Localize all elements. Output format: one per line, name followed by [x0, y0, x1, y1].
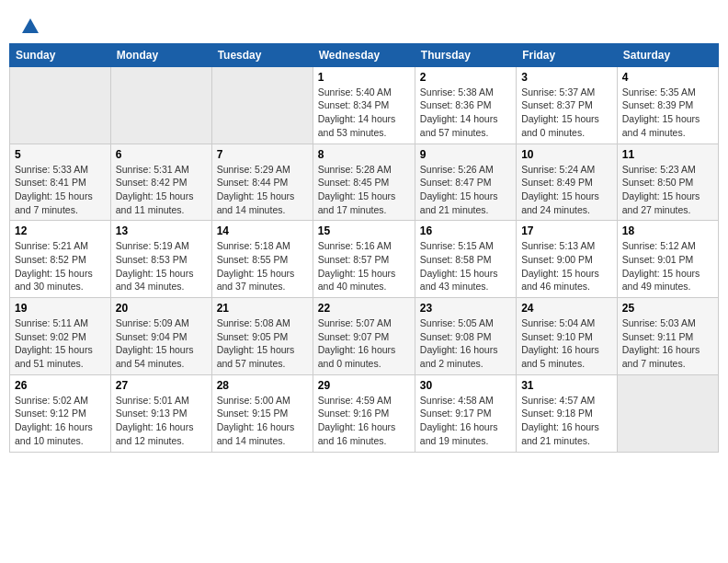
calendar-cell: 29Sunrise: 4:59 AMSunset: 9:16 PMDayligh… — [313, 374, 415, 452]
svg-marker-0 — [22, 18, 39, 33]
day-info: Sunrise: 4:59 AMSunset: 9:16 PMDaylight:… — [318, 394, 410, 448]
day-number: 20 — [116, 302, 207, 315]
calendar-cell — [10, 66, 111, 144]
day-info: Sunrise: 5:19 AMSunset: 8:53 PMDaylight:… — [116, 239, 207, 293]
day-info: Sunrise: 5:01 AMSunset: 9:13 PMDaylight:… — [116, 394, 207, 448]
day-info: Sunrise: 5:26 AMSunset: 8:47 PMDaylight:… — [420, 163, 511, 217]
calendar-cell: 22Sunrise: 5:07 AMSunset: 9:07 PMDayligh… — [313, 298, 415, 375]
calendar-week-4: 19Sunrise: 5:11 AMSunset: 9:02 PMDayligh… — [10, 298, 719, 375]
day-number: 6 — [116, 148, 207, 161]
calendar-cell: 2Sunrise: 5:38 AMSunset: 8:36 PMDaylight… — [415, 66, 516, 144]
day-info: Sunrise: 5:31 AMSunset: 8:42 PMDaylight:… — [116, 163, 207, 217]
calendar-cell: 24Sunrise: 5:04 AMSunset: 9:10 PMDayligh… — [517, 298, 618, 375]
calendar-cell: 31Sunrise: 4:57 AMSunset: 9:18 PMDayligh… — [517, 374, 618, 452]
day-number: 10 — [521, 148, 612, 161]
calendar-cell: 19Sunrise: 5:11 AMSunset: 9:02 PMDayligh… — [10, 298, 111, 375]
day-info: Sunrise: 5:21 AMSunset: 8:52 PMDaylight:… — [15, 239, 106, 293]
day-number: 21 — [217, 302, 308, 315]
header-tuesday: Tuesday — [211, 43, 313, 66]
page-header — [9, 9, 719, 43]
day-number: 25 — [622, 302, 713, 315]
calendar-cell — [617, 374, 718, 452]
day-number: 11 — [622, 148, 713, 161]
day-info: Sunrise: 5:18 AMSunset: 8:55 PMDaylight:… — [217, 239, 308, 293]
calendar-cell — [110, 66, 211, 144]
day-info: Sunrise: 5:15 AMSunset: 8:58 PMDaylight:… — [420, 239, 511, 293]
day-number: 27 — [116, 379, 207, 392]
day-info: Sunrise: 5:35 AMSunset: 8:39 PMDaylight:… — [622, 86, 713, 140]
day-info: Sunrise: 5:03 AMSunset: 9:11 PMDaylight:… — [622, 316, 713, 371]
calendar-cell: 12Sunrise: 5:21 AMSunset: 8:52 PMDayligh… — [10, 221, 111, 298]
day-number: 16 — [420, 224, 511, 237]
day-number: 4 — [622, 71, 713, 84]
day-info: Sunrise: 5:04 AMSunset: 9:10 PMDaylight:… — [521, 316, 612, 371]
calendar-cell: 17Sunrise: 5:13 AMSunset: 9:00 PMDayligh… — [517, 221, 618, 298]
day-info: Sunrise: 5:12 AMSunset: 9:01 PMDaylight:… — [622, 239, 713, 293]
calendar-cell: 4Sunrise: 5:35 AMSunset: 8:39 PMDaylight… — [617, 66, 718, 144]
day-info: Sunrise: 5:07 AMSunset: 9:07 PMDaylight:… — [318, 316, 410, 371]
calendar-week-3: 12Sunrise: 5:21 AMSunset: 8:52 PMDayligh… — [10, 221, 719, 298]
calendar-cell: 3Sunrise: 5:37 AMSunset: 8:37 PMDaylight… — [517, 66, 618, 144]
day-number: 30 — [420, 379, 511, 392]
calendar-cell: 26Sunrise: 5:02 AMSunset: 9:12 PMDayligh… — [10, 374, 111, 452]
day-info: Sunrise: 5:11 AMSunset: 9:02 PMDaylight:… — [15, 316, 106, 371]
calendar-cell: 8Sunrise: 5:28 AMSunset: 8:45 PMDaylight… — [313, 144, 415, 221]
day-number: 5 — [15, 148, 106, 161]
header-thursday: Thursday — [415, 43, 516, 66]
day-number: 18 — [622, 224, 713, 237]
day-number: 2 — [420, 71, 511, 84]
day-number: 28 — [217, 379, 308, 392]
day-number: 29 — [318, 379, 410, 392]
header-sunday: Sunday — [10, 43, 111, 66]
day-info: Sunrise: 5:37 AMSunset: 8:37 PMDaylight:… — [521, 86, 612, 140]
logo-icon — [20, 17, 40, 37]
header-friday: Friday — [517, 43, 618, 66]
day-number: 3 — [521, 71, 612, 84]
day-info: Sunrise: 5:33 AMSunset: 8:41 PMDaylight:… — [15, 163, 106, 217]
day-number: 15 — [318, 224, 410, 237]
calendar-cell: 9Sunrise: 5:26 AMSunset: 8:47 PMDaylight… — [415, 144, 516, 221]
calendar-cell: 23Sunrise: 5:05 AMSunset: 9:08 PMDayligh… — [415, 298, 516, 375]
header-saturday: Saturday — [617, 43, 718, 66]
calendar-cell: 16Sunrise: 5:15 AMSunset: 8:58 PMDayligh… — [415, 221, 516, 298]
calendar-cell: 1Sunrise: 5:40 AMSunset: 8:34 PMDaylight… — [313, 66, 415, 144]
day-info: Sunrise: 5:09 AMSunset: 9:04 PMDaylight:… — [116, 316, 207, 371]
day-number: 7 — [217, 148, 308, 161]
day-info: Sunrise: 4:58 AMSunset: 9:17 PMDaylight:… — [420, 394, 511, 448]
day-number: 19 — [15, 302, 106, 315]
day-info: Sunrise: 5:23 AMSunset: 8:50 PMDaylight:… — [622, 163, 713, 217]
day-number: 24 — [521, 302, 612, 315]
day-info: Sunrise: 5:13 AMSunset: 9:00 PMDaylight:… — [521, 239, 612, 293]
calendar-cell: 6Sunrise: 5:31 AMSunset: 8:42 PMDaylight… — [110, 144, 211, 221]
calendar-cell — [211, 66, 313, 144]
day-info: Sunrise: 5:28 AMSunset: 8:45 PMDaylight:… — [318, 163, 410, 217]
calendar-cell: 25Sunrise: 5:03 AMSunset: 9:11 PMDayligh… — [617, 298, 718, 375]
calendar-cell: 5Sunrise: 5:33 AMSunset: 8:41 PMDaylight… — [10, 144, 111, 221]
day-number: 12 — [15, 224, 106, 237]
day-number: 8 — [318, 148, 410, 161]
day-number: 23 — [420, 302, 511, 315]
day-info: Sunrise: 5:29 AMSunset: 8:44 PMDaylight:… — [217, 163, 308, 217]
calendar-cell: 7Sunrise: 5:29 AMSunset: 8:44 PMDaylight… — [211, 144, 313, 221]
calendar-cell: 21Sunrise: 5:08 AMSunset: 9:05 PMDayligh… — [211, 298, 313, 375]
header-monday: Monday — [110, 43, 211, 66]
day-number: 9 — [420, 148, 511, 161]
day-number: 17 — [521, 224, 612, 237]
day-number: 1 — [318, 71, 410, 84]
day-info: Sunrise: 5:16 AMSunset: 8:57 PMDaylight:… — [318, 239, 410, 293]
day-number: 26 — [15, 379, 106, 392]
calendar-cell: 15Sunrise: 5:16 AMSunset: 8:57 PMDayligh… — [313, 221, 415, 298]
header-wednesday: Wednesday — [313, 43, 415, 66]
day-info: Sunrise: 5:00 AMSunset: 9:15 PMDaylight:… — [217, 394, 308, 448]
logo — [18, 17, 40, 38]
calendar-week-5: 26Sunrise: 5:02 AMSunset: 9:12 PMDayligh… — [10, 374, 719, 452]
calendar-week-1: 1Sunrise: 5:40 AMSunset: 8:34 PMDaylight… — [10, 66, 719, 144]
day-info: Sunrise: 4:57 AMSunset: 9:18 PMDaylight:… — [521, 394, 612, 448]
day-number: 14 — [217, 224, 308, 237]
day-info: Sunrise: 5:02 AMSunset: 9:12 PMDaylight:… — [15, 394, 106, 448]
day-info: Sunrise: 5:40 AMSunset: 8:34 PMDaylight:… — [318, 86, 410, 140]
calendar-header-row: SundayMondayTuesdayWednesdayThursdayFrid… — [10, 43, 719, 66]
calendar-cell: 14Sunrise: 5:18 AMSunset: 8:55 PMDayligh… — [211, 221, 313, 298]
day-info: Sunrise: 5:38 AMSunset: 8:36 PMDaylight:… — [420, 86, 511, 140]
day-number: 13 — [116, 224, 207, 237]
